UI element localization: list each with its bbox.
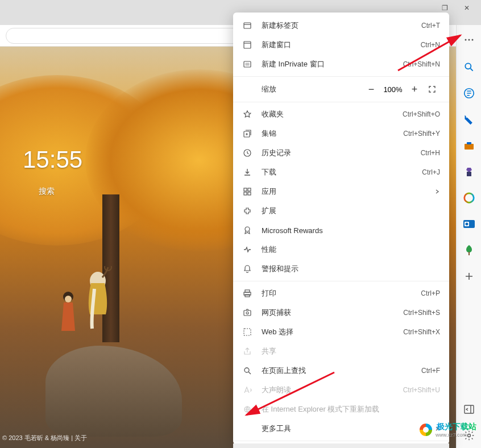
menu-separator — [233, 441, 449, 441]
menu-item-web-select[interactable]: Web 选择Ctrl+Shift+X — [233, 322, 449, 342]
menu-item-label: 集锦 — [262, 128, 403, 139]
menu-item-ie: 在 Internet Explorer 模式下重新加载 — [233, 400, 449, 419]
share-icon — [242, 346, 252, 356]
svg-point-14 — [464, 193, 474, 203]
menu-item-label: 性能 — [262, 244, 440, 255]
restore-button[interactable]: ❐ — [442, 4, 448, 12]
svg-point-6 — [468, 39, 470, 41]
menu-shortcut: Ctrl+Shift+O — [403, 110, 440, 118]
svg-rect-39 — [244, 310, 251, 316]
menu-shortcut: Ctrl+H — [421, 149, 440, 157]
menu-item-print[interactable]: 打印Ctrl+P — [233, 284, 449, 303]
menu-item-star[interactable]: 收藏夹Ctrl+Shift+O — [233, 105, 449, 124]
sidebar-shopping-icon[interactable] — [462, 113, 476, 126]
menu-separator — [233, 76, 449, 77]
menu-zoom-row: 缩放−100%+ — [233, 79, 449, 99]
sidebar-tree-icon[interactable] — [462, 243, 476, 257]
svg-rect-38 — [245, 294, 250, 297]
menu-shortcut: Ctrl+T — [421, 22, 440, 30]
menu-item-performance[interactable]: 性能 — [233, 240, 449, 259]
sidebar-panel-icon[interactable] — [462, 403, 476, 416]
menu-shortcut: Ctrl+J — [422, 168, 440, 176]
svg-rect-26 — [244, 42, 251, 48]
sidebar-bing-chat-icon[interactable] — [462, 86, 476, 100]
menu-item-label: 下载 — [262, 167, 422, 177]
download-icon — [242, 167, 252, 177]
menu-item-find[interactable]: 在页面上查找Ctrl+F — [233, 361, 449, 380]
chevron-right-icon — [434, 189, 440, 194]
web-select-icon — [242, 327, 252, 337]
menu-separator — [233, 102, 449, 102]
wallpaper-credit[interactable]: © 2023 毛若昕 & 杨尚臻 | 关于 — [2, 434, 87, 442]
menu-shortcut: Ctrl+F — [421, 367, 440, 375]
menu-item-rewards[interactable]: Microsoft Rewards — [233, 221, 449, 240]
svg-point-10 — [466, 117, 467, 118]
menu-item-label: 在 Internet Explorer 模式下重新加载 — [262, 404, 440, 414]
sidebar-outlook-icon[interactable] — [462, 217, 476, 231]
menu-item-label: 在页面上查找 — [262, 366, 421, 376]
capture-icon — [242, 308, 252, 318]
menu-item-label: Web 选择 — [262, 327, 403, 337]
print-icon — [242, 288, 252, 298]
illustration-child — [57, 289, 80, 340]
svg-rect-12 — [467, 142, 471, 144]
menu-item-private[interactable]: 新建 InPrivate 窗口Ctrl+Shift+N — [233, 55, 449, 74]
menu-item-apps[interactable]: 应用 — [233, 182, 449, 201]
svg-rect-33 — [244, 192, 247, 195]
menu-item-label: 网页捕获 — [262, 308, 403, 318]
menu-item-bell[interactable]: 警报和提示 — [233, 259, 449, 279]
fullscreen-button[interactable] — [428, 85, 440, 94]
sidebar-games-icon[interactable] — [462, 165, 476, 179]
menu-item-download[interactable]: 下载Ctrl+J — [233, 163, 449, 182]
menu-shortcut: Ctrl+Shift+X — [403, 328, 440, 336]
illustration-sage — [74, 266, 125, 346]
menu-item-new-window[interactable]: 新建窗口Ctrl+N — [233, 35, 449, 55]
search-label[interactable]: 搜索 — [39, 186, 55, 197]
menu-item-more-tools[interactable]: 更多工具 — [233, 419, 449, 438]
performance-icon — [242, 244, 252, 255]
zoom-in-button[interactable]: + — [406, 84, 423, 96]
svg-point-5 — [465, 39, 466, 41]
more-button[interactable] — [460, 32, 478, 48]
sidebar-m365-icon[interactable] — [462, 191, 476, 205]
menu-item-label: 扩展 — [262, 206, 440, 216]
new-window-icon — [242, 40, 252, 50]
menu-item-extensions[interactable]: 扩展 — [233, 201, 449, 221]
menu-item-share: 共享 — [233, 342, 449, 361]
menu-item-label: 打印 — [262, 288, 421, 298]
apps-icon — [242, 186, 252, 197]
menu-shortcut: Ctrl+Shift+N — [403, 60, 440, 68]
svg-rect-41 — [244, 329, 251, 335]
menu-item-label: 新建窗口 — [262, 40, 421, 50]
menu-item-settings[interactable]: 设置 — [233, 443, 449, 448]
new-tab-icon — [242, 20, 252, 31]
history-icon — [242, 148, 252, 158]
right-sidebar — [456, 25, 481, 448]
sidebar-search-icon[interactable] — [462, 60, 476, 74]
menu-item-history[interactable]: 历史记录Ctrl+H — [233, 143, 449, 163]
menu-item-label: 新建 InPrivate 窗口 — [262, 59, 403, 69]
close-button[interactable]: ✕ — [464, 4, 470, 12]
menu-item-new-tab[interactable]: 新建标签页Ctrl+T — [233, 16, 449, 35]
rewards-icon — [242, 225, 252, 235]
menu-item-label: Microsoft Rewards — [262, 226, 440, 235]
sidebar-tools-icon[interactable] — [462, 139, 476, 152]
watermark: 极光下载站 www.xz7.com — [418, 422, 476, 438]
menu-item-capture[interactable]: 网页捕获Ctrl+Shift+S — [233, 303, 449, 322]
ie-icon — [242, 404, 252, 414]
menu-item-collections[interactable]: 集锦Ctrl+Shift+Y — [233, 124, 449, 143]
bell-icon — [242, 264, 252, 274]
menu-item-label: 大声朗读 — [262, 385, 403, 395]
svg-point-17 — [465, 223, 468, 226]
menu-shortcut: Ctrl+Shift+Y — [403, 130, 440, 138]
svg-point-24 — [65, 296, 72, 302]
svg-rect-11 — [465, 144, 474, 150]
clock-time: 15:55 — [23, 146, 82, 173]
menu-separator — [233, 281, 449, 281]
zoom-label: 缩放 — [262, 84, 363, 94]
zoom-out-button[interactable]: − — [363, 84, 380, 96]
private-icon — [242, 59, 252, 69]
menu-shortcut: Ctrl+N — [421, 41, 440, 49]
collections-icon — [242, 128, 252, 139]
sidebar-add-icon[interactable] — [462, 269, 476, 283]
